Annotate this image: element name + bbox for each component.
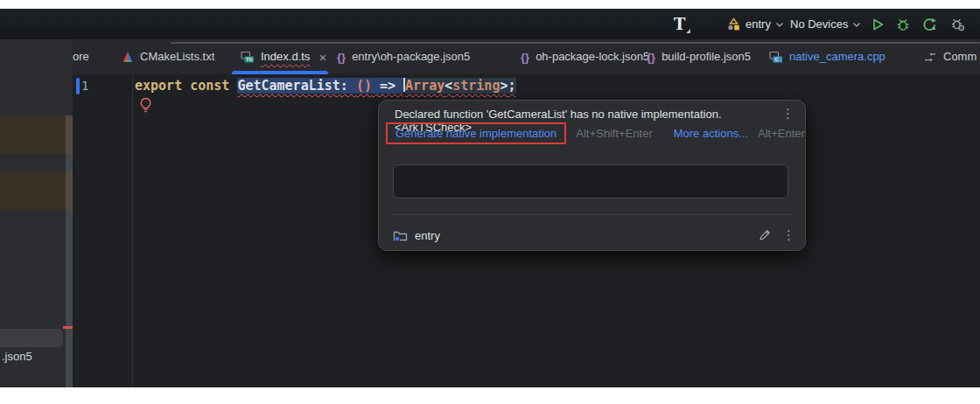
code-parens: () [356, 78, 372, 94]
run-icon [870, 17, 886, 32]
rerun-icon [921, 17, 938, 32]
module-icon [726, 17, 741, 31]
project-row-highlight[interactable] [0, 115, 73, 153]
popup-menu-icon[interactable]: ⋮ [781, 106, 794, 122]
popup-actions: Generate native implementation Alt+Shift… [386, 122, 805, 144]
tab-label: ore [73, 39, 89, 74]
quickfix-bulb-button[interactable] [139, 97, 152, 114]
popup-footer: entry ⋮ [393, 223, 795, 247]
arrows-icon [923, 51, 937, 63]
tab-build-profile[interactable]: {} build-profile.json5 [647, 39, 751, 74]
rerun-button[interactable] [921, 9, 938, 39]
panel-scrollbar[interactable] [66, 115, 73, 387]
code-function-name: GetCameraList [237, 78, 340, 94]
project-row-highlight[interactable] [0, 172, 73, 210]
chevron-down-icon [852, 20, 861, 29]
editor-tab-bar: ore CMakeLists.txt TS Index.d.ts × [73, 39, 980, 74]
run-button[interactable] [870, 9, 886, 39]
json-icon: {} [647, 51, 655, 64]
device-selector-label: No Devices [790, 17, 848, 31]
ide-screenshot: T entry No Devices [0, 0, 980, 404]
debug-bug-icon [895, 17, 911, 32]
attach-debugger-button[interactable] [949, 9, 966, 39]
tab-label: Comm [943, 39, 976, 74]
code-return-type: Array [405, 78, 444, 94]
tab-native-camera-cpp[interactable]: C native_camera.cpp [769, 39, 886, 74]
module-selector[interactable]: entry [726, 9, 784, 39]
json-icon: {} [337, 51, 346, 64]
tab-oh-package-lock[interactable]: {} oh-package-lock.json5 [521, 39, 649, 74]
cpp-file-icon: C [769, 51, 783, 63]
debug-button[interactable] [895, 9, 911, 39]
tab-label: oh-package-lock.json5 [536, 39, 649, 74]
edit-pencil-icon[interactable] [758, 228, 772, 242]
line-number: 1 [81, 79, 94, 93]
active-line-marker [76, 78, 80, 94]
gutter-separator [132, 74, 133, 387]
text-tool-button[interactable]: T [674, 9, 685, 39]
tab-label: CMakeLists.txt [140, 39, 214, 74]
panel-file-label: .json5 [2, 350, 32, 363]
tab-label: build-profile.json5 [662, 39, 751, 74]
title-bar: T entry No Devices [0, 9, 980, 39]
close-icon[interactable]: × [318, 50, 326, 65]
error-lightbulb-icon [139, 97, 152, 114]
code-line: export const GetCameraList: () => Array<… [135, 77, 516, 95]
project-panel: .json5 [0, 39, 73, 387]
code-type-param: string [452, 78, 500, 94]
annotation-red-box: Generate native implementation [386, 122, 566, 144]
target-module-label: entry [415, 229, 440, 242]
code-editor[interactable]: 1 export const GetCameraList: () => Arra… [73, 74, 980, 387]
dts-file-icon: TS [241, 51, 255, 63]
generate-native-implementation-link[interactable]: Generate native implementation [396, 127, 556, 140]
chevron-down-icon [775, 20, 784, 29]
footer-menu-icon[interactable]: ⋮ [782, 227, 795, 243]
tab-oh-package[interactable]: {} entry\oh-package.json5 [337, 39, 470, 74]
quickfix-popup: Declared function 'GetCameraList' has no… [378, 100, 806, 251]
panel-popup-fragment [0, 329, 63, 347]
tab-label: native_camera.cpp [789, 39, 886, 74]
tab-gitignore[interactable]: ore [73, 39, 89, 74]
tab-label: Index.d.ts [261, 39, 310, 74]
module-folder-icon [393, 228, 408, 242]
json-icon: {} [521, 51, 529, 64]
ide-window: T entry No Devices [0, 9, 980, 387]
attach-debugger-icon [949, 17, 966, 32]
target-module-selector[interactable]: entry [393, 228, 440, 242]
t-tool-icon: T [674, 17, 685, 32]
cmake-icon [122, 51, 134, 63]
more-actions-shortcut: Alt+Enter [758, 127, 805, 140]
svg-text:TS: TS [246, 57, 253, 62]
code-arrow: => [372, 78, 403, 94]
module-selector-label: entry [746, 17, 771, 31]
tab-common[interactable]: Comm [923, 39, 976, 74]
popup-divider [390, 214, 794, 215]
tab-index-dts[interactable]: TS Index.d.ts × [241, 39, 326, 74]
tab-cmakelists[interactable]: CMakeLists.txt [122, 39, 214, 74]
action-shortcut: Alt+Shift+Enter [576, 127, 652, 140]
popup-text-input[interactable] [393, 164, 788, 199]
code-keyword: export const [135, 78, 237, 94]
more-actions-link[interactable]: More actions... [674, 127, 748, 140]
device-selector[interactable]: No Devices [790, 9, 861, 39]
tab-label: entry\oh-package.json5 [352, 39, 470, 74]
